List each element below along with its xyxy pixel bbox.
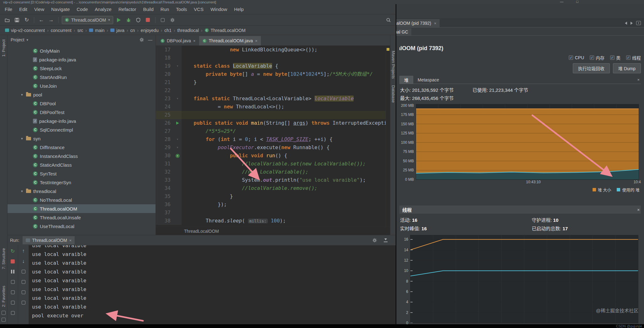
console-tool-icon[interactable]: [10, 289, 16, 295]
project-tree-item-OnlyMain[interactable]: COnlyMain: [8, 46, 156, 55]
close-icon[interactable]: ×: [255, 39, 257, 43]
console-tool-icon[interactable]: [10, 279, 16, 285]
project-tree-item-SqlConnectImpl[interactable]: CSqlConnectImpl: [8, 125, 156, 134]
project-tree-item-NoThreadLocal[interactable]: CNoThreadLocal: [8, 195, 156, 204]
menu-item-view[interactable]: View: [31, 7, 48, 12]
synchronize-icon[interactable]: ↻: [23, 16, 31, 24]
console-tool-icon[interactable]: [21, 279, 26, 285]
code-line-27[interactable]: 27 /*5*5=25*/: [156, 127, 390, 135]
project-tree-item-TestIntegerSyn[interactable]: CTestIntegerSyn: [8, 178, 156, 187]
tree-expand-icon[interactable]: ▾: [20, 93, 24, 97]
hide-panel-icon[interactable]: —: [148, 37, 152, 42]
checkbox-CPU[interactable]: ✓CPU: [569, 55, 584, 60]
checkbox-类[interactable]: ✓类: [610, 55, 620, 61]
code-line-38[interactable]: 38 Thread.sleep( millis: 100);: [156, 217, 390, 225]
menu-item-build[interactable]: Build: [140, 7, 157, 12]
menu-item-analyze[interactable]: Analyze: [91, 7, 115, 12]
breadcrumb-item-threadlocal[interactable]: threadlocal: [177, 28, 200, 33]
gear-icon[interactable]: [371, 236, 379, 244]
code-line-23[interactable]: 23▾ final static ThreadLocal<LocalVariab…: [156, 95, 390, 103]
pause-output-button[interactable]: [10, 269, 16, 274]
menu-item-help[interactable]: Help: [231, 7, 247, 12]
hide-panel-icon[interactable]: [384, 238, 388, 242]
code-line-20[interactable]: 20 private byte[] a = new byte[1024*1024…: [156, 70, 390, 78]
visual-gc-tab[interactable]: Visual GC: [396, 28, 411, 35]
code-line-19[interactable]: 19▾ static class LocalVariable {: [156, 62, 390, 70]
breadcrumb-item-concurrent[interactable]: concurrent: [50, 28, 72, 33]
save-all-icon[interactable]: [13, 16, 21, 24]
code-line-36[interactable]: 36 });: [156, 200, 390, 209]
project-tree-item-InstanceAndClass[interactable]: CInstanceAndClass: [8, 152, 156, 160]
minimize-icon[interactable]: —: [560, 0, 563, 4]
checkbox-内存[interactable]: ✓内存: [590, 55, 604, 61]
project-tree-item-UseThreadLocal[interactable]: CUseThreadLocal: [8, 222, 156, 231]
stop-button[interactable]: [144, 16, 152, 24]
editor-breadcrumb-class[interactable]: ThreadLocalOOM: [184, 229, 219, 234]
breadcrumb-item-ThreadLocalOOM[interactable]: CThreadLocalOOM: [204, 28, 246, 33]
clear-all-button[interactable]: [10, 310, 16, 316]
close-icon[interactable]: ×: [637, 207, 640, 212]
code-line-34[interactable]: 34 //localVariable.remove();: [156, 184, 390, 192]
tree-expand-icon[interactable]: ▾: [20, 137, 24, 141]
gear-icon[interactable]: [138, 36, 146, 44]
breadcrumb-item-ch1[interactable]: ch1: [164, 28, 172, 33]
tool-window-button-favorites[interactable]: 2: Favorites: [1, 286, 6, 307]
project-tree-item-StartAndRun[interactable]: CStartAndRun: [8, 73, 156, 81]
button-执行垃圾回收[interactable]: 执行垃圾回收: [573, 63, 610, 73]
code-line-24[interactable]: 24 = new ThreadLocal<>();: [156, 103, 390, 111]
stop-button[interactable]: [10, 258, 16, 264]
editor-scrollbar[interactable]: [386, 46, 390, 227]
code-line-21[interactable]: 21 }: [156, 78, 390, 86]
project-tree-item-DiffInstance[interactable]: CDiffInstance: [8, 143, 156, 152]
menu-item-tools[interactable]: Tools: [172, 7, 190, 12]
code-line-17[interactable]: 17 new LinkedBlockingQueue<>());: [156, 46, 390, 54]
console-tool-icon[interactable]: [21, 269, 26, 274]
close-icon[interactable]: ×: [69, 238, 72, 243]
project-panel-title[interactable]: Project: [11, 37, 24, 42]
console-tool-icon[interactable]: [10, 300, 16, 305]
menu-item-file[interactable]: File: [1, 7, 16, 12]
maximize-icon[interactable]: □: [576, 0, 578, 4]
code-line-33[interactable]: 33 System.out.println("use local varaibl…: [156, 176, 390, 184]
breadcrumb-item-src[interactable]: src: [77, 28, 84, 33]
tool-window-button-maven[interactable]: Maven Projects: [391, 51, 396, 79]
project-tree-item-SleepLock[interactable]: CSleepLock: [8, 64, 156, 73]
project-tree-item-StaticAndClass[interactable]: CStaticAndClass: [8, 160, 156, 169]
code-line-25[interactable]: 25: [156, 111, 390, 119]
project-tree-item-package-info.java[interactable]: Jpackage-info.java: [8, 117, 156, 125]
breadcrumb-item-enjoyedu[interactable]: enjoyedu: [140, 28, 159, 33]
chevron-down-icon[interactable]: ▾: [27, 38, 29, 42]
code-line-37[interactable]: 37: [156, 209, 390, 217]
breadcrumb-item-vip-v2-concurrent[interactable]: vip-v2-concurrent: [4, 28, 45, 33]
rerun-button[interactable]: ↻: [10, 248, 16, 254]
warning-stripe-mark[interactable]: [387, 48, 389, 51]
tool-window-button-project[interactable]: 1: Project: [1, 39, 6, 57]
breadcrumb-item-main[interactable]: main: [88, 28, 105, 33]
code-line-32[interactable]: 32 //new LocalVariable();: [156, 168, 390, 176]
menu-item-refactor[interactable]: Refactor: [115, 7, 140, 12]
menu-item-run[interactable]: Run: [157, 7, 173, 12]
tool-window-button-structure[interactable]: 7: Structure: [1, 248, 6, 269]
project-tree-item-ThreadLocalOOM[interactable]: CThreadLocalOOM: [8, 204, 156, 213]
tool-window-icon[interactable]: [2, 311, 6, 315]
project-tree-item-DBPoolTest[interactable]: CDBPoolTest: [8, 108, 156, 117]
visualvm-process-tab[interactable]: ThreadLocalOOM (pid 7392) ×: [396, 19, 440, 27]
menu-item-vcs[interactable]: VCS: [190, 7, 207, 12]
tree-expand-icon[interactable]: ▾: [20, 189, 24, 193]
implement-marker-icon[interactable]: ↑: [176, 154, 180, 158]
tab-Metaspace[interactable]: Metaspace: [413, 76, 443, 84]
code-line-18[interactable]: 18: [156, 54, 390, 62]
project-tree-item-threadlocal[interactable]: ▾threadlocal: [8, 187, 156, 195]
code-editor[interactable]: 17 new LinkedBlockingQueue<>());1819▾ st…: [156, 46, 390, 227]
editor-tab-DBPool.java[interactable]: CDBPool.java×: [157, 36, 199, 45]
tab-堆[interactable]: 堆: [399, 76, 413, 84]
back-icon[interactable]: ←: [37, 16, 45, 24]
button-堆 Dump[interactable]: 堆 Dump: [613, 63, 641, 73]
tool-window-icon[interactable]: [2, 318, 6, 322]
console-tool-icon[interactable]: [21, 289, 26, 295]
menu-item-window[interactable]: Window: [207, 7, 230, 12]
console-tool-icon[interactable]: [21, 300, 26, 305]
code-line-31[interactable]: 31 //localVariable.set(new LocalVariable…: [156, 160, 390, 168]
project-tree-item-ThreadLocalUnsafe[interactable]: CThreadLocalUnsafe: [8, 213, 156, 222]
run-line-icon[interactable]: [176, 122, 179, 125]
